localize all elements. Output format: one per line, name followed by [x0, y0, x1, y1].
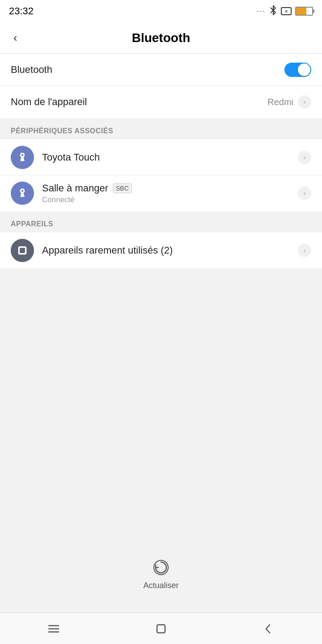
bottom-nav	[0, 613, 322, 644]
svg-rect-3	[20, 248, 25, 253]
refresh-icon	[151, 558, 171, 577]
device-name-value: Redmi	[267, 97, 293, 107]
home-button[interactable]	[148, 615, 174, 642]
paired-devices-section: Toyota Touch › Salle à manger SBC Connec…	[0, 140, 322, 211]
device-name-toyota: Toyota Touch	[42, 152, 100, 163]
status-time: 23:32	[9, 5, 34, 17]
screen-record-icon	[281, 7, 292, 15]
bluetooth-toggle[interactable]	[284, 63, 311, 77]
menu-button[interactable]	[40, 615, 67, 642]
list-item[interactable]: Toyota Touch ›	[0, 140, 322, 175]
device-info-toyota: Toyota Touch	[42, 152, 298, 163]
device-icon-toyota	[11, 146, 34, 169]
refresh-button[interactable]: Actualiser	[134, 549, 187, 599]
sbc-badge: SBC	[113, 183, 132, 193]
device-name-salle: Salle à manger	[42, 182, 108, 194]
device-status-salle: Connecté	[42, 195, 298, 204]
back-nav-button[interactable]	[255, 615, 282, 642]
refresh-area: Actualiser	[0, 269, 322, 613]
status-bar: 23:32 ···	[0, 0, 322, 22]
devices-section-header: APPAREILS	[0, 212, 322, 233]
battery-icon	[295, 7, 313, 16]
chevron-icon: ›	[298, 95, 311, 109]
bluetooth-toggle-section: Bluetooth Nom de l'appareil Redmi ›	[0, 54, 322, 118]
page-title: Bluetooth	[132, 31, 191, 45]
device-name-rarely: Appareils rarement utilisés (2)	[42, 245, 173, 256]
list-item[interactable]: Appareils rarement utilisés (2) ›	[0, 233, 322, 268]
rarely-used-icon	[11, 239, 34, 262]
device-name-label: Nom de l'appareil	[11, 96, 87, 108]
bluetooth-toggle-row[interactable]: Bluetooth	[0, 54, 322, 86]
back-button[interactable]: ‹	[9, 26, 22, 49]
bluetooth-label: Bluetooth	[11, 64, 52, 76]
signal-icon: ···	[257, 7, 266, 15]
device-name-row[interactable]: Nom de l'appareil Redmi ›	[0, 86, 322, 118]
device-name-right: Redmi ›	[267, 95, 311, 109]
chevron-icon-salle: ›	[298, 186, 311, 200]
svg-point-1	[21, 190, 24, 192]
svg-rect-8	[157, 625, 165, 633]
status-icons: ···	[257, 5, 313, 17]
svg-point-0	[21, 154, 24, 156]
list-item[interactable]: Salle à manger SBC Connecté ›	[0, 175, 322, 211]
devices-section: Appareils rarement utilisés (2) ›	[0, 233, 322, 268]
chevron-icon-rarely: ›	[298, 244, 311, 257]
page-header: ‹ Bluetooth	[0, 22, 322, 54]
chevron-icon-toyota: ›	[298, 151, 311, 164]
device-icon-salle	[11, 182, 34, 205]
refresh-label: Actualiser	[143, 581, 178, 590]
device-info-rarely: Appareils rarement utilisés (2)	[42, 245, 298, 256]
device-info-salle: Salle à manger SBC Connecté	[42, 182, 298, 204]
bluetooth-status-icon	[269, 5, 277, 17]
paired-section-header: PÉRIPHÉRIQUES ASSOCIÉS	[0, 119, 322, 140]
toggle-thumb	[298, 64, 310, 76]
